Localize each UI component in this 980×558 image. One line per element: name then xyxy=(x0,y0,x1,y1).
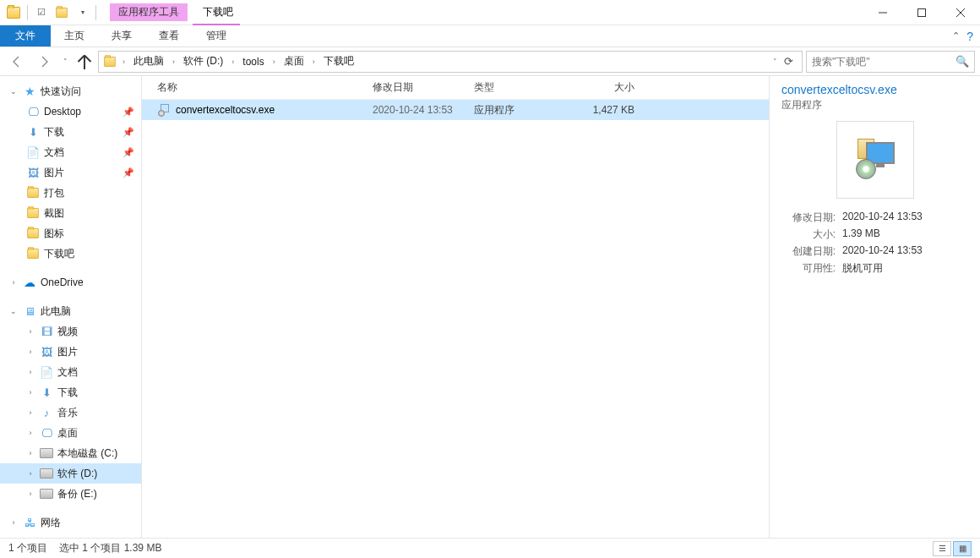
search-box[interactable]: 🔍 xyxy=(806,51,975,73)
expand-icon[interactable]: › xyxy=(25,388,35,397)
column-type[interactable]: 类型 xyxy=(474,80,575,95)
breadcrumb-segment[interactable]: 下载吧 xyxy=(320,52,357,71)
details-row: 修改日期:2020-10-24 13:53 xyxy=(781,211,968,225)
breadcrumb-chevron-icon[interactable]: › xyxy=(270,52,279,71)
tree-pc-item[interactable]: ›备份 (E:) xyxy=(0,484,141,504)
expand-icon[interactable]: › xyxy=(25,347,35,356)
breadcrumb-root-chevron-icon[interactable]: › xyxy=(119,52,128,71)
expand-icon[interactable]: › xyxy=(25,449,35,457)
column-date[interactable]: 修改日期 xyxy=(373,80,474,95)
expand-icon[interactable]: › xyxy=(25,469,35,478)
tree-label: 备份 (E:) xyxy=(57,487,141,501)
expand-icon[interactable]: ⌄ xyxy=(8,307,19,315)
expand-icon[interactable]: › xyxy=(8,278,19,287)
file-list[interactable]: 名称 修改日期 类型 大小 convertexceltocsv.exe2020-… xyxy=(142,76,769,538)
file-date: 2020-10-24 13:53 xyxy=(373,104,474,116)
refresh-icon[interactable]: ⟳ xyxy=(779,55,798,68)
tree-onedrive[interactable]: › ☁ OneDrive xyxy=(0,272,141,293)
tree-label: 下载 xyxy=(57,386,141,400)
ribbon: 文件 主页 共享 查看 管理 ⌃ ? xyxy=(0,25,980,47)
tree-pc-item[interactable]: ›软件 (D:) xyxy=(0,463,141,484)
tree-label: 截图 xyxy=(44,206,141,221)
tree-this-pc[interactable]: ⌄ 🖥 此电脑 xyxy=(0,301,141,321)
tree-quick-item[interactable]: 打包 xyxy=(0,183,141,203)
tree-quick-access[interactable]: ⌄ ★ 快速访问 xyxy=(0,81,141,101)
expand-icon[interactable]: ⌄ xyxy=(8,87,19,96)
navigation-pane[interactable]: ⌄ ★ 快速访问 🖵Desktop📌⬇下载📌📄文档📌🖼图片📌打包截图图标下载吧 … xyxy=(0,76,142,538)
help-icon[interactable]: ? xyxy=(966,30,973,43)
breadcrumb-segment[interactable]: 桌面 xyxy=(280,52,308,71)
address-bar[interactable]: › 此电脑 › 软件 (D:) › tools › 桌面 › 下载吧 ˅ ⟳ xyxy=(98,51,803,73)
tree-pc-item[interactable]: ›🎞视频 xyxy=(0,321,141,342)
exe-icon xyxy=(854,139,896,181)
tree-pc-item[interactable]: ›📄文档 xyxy=(0,362,141,382)
item-icon: 🎞 xyxy=(39,324,54,339)
tree-pc-item[interactable]: ›♪音乐 xyxy=(0,402,141,423)
qat-dropdown-icon[interactable]: ▾ xyxy=(74,4,90,21)
breadcrumb-segment[interactable]: 此电脑 xyxy=(130,52,167,71)
status-item-count: 1 个项目 xyxy=(8,541,47,555)
forward-button[interactable] xyxy=(32,50,56,74)
search-input[interactable] xyxy=(812,56,956,68)
qat-properties-icon[interactable]: ☑ xyxy=(33,4,50,21)
breadcrumb-chevron-icon[interactable]: › xyxy=(169,52,178,71)
folder-icon: 📄 xyxy=(25,145,41,160)
window-title: 下载吧 xyxy=(203,5,233,19)
tree-quick-item[interactable]: 截图 xyxy=(0,203,141,223)
folder-icon xyxy=(25,246,41,261)
tree-quick-item[interactable]: 下载吧 xyxy=(0,243,141,264)
tree-network[interactable]: › 🖧 网络 xyxy=(0,512,141,533)
column-size[interactable]: 大小 xyxy=(575,80,643,95)
expand-icon[interactable]: › xyxy=(25,429,35,437)
search-icon[interactable]: 🔍 xyxy=(956,55,969,68)
tree-pc-item[interactable]: ›本地磁盘 (C:) xyxy=(0,443,141,463)
expand-icon[interactable]: › xyxy=(25,408,35,417)
view-large-icons-button[interactable]: ▦ xyxy=(953,541,972,556)
tab-file[interactable]: 文件 xyxy=(0,25,51,46)
expand-icon[interactable]: › xyxy=(8,518,19,527)
detail-label: 创建日期: xyxy=(781,244,836,259)
folder-icon xyxy=(25,205,41,221)
tree-quick-item[interactable]: 📄文档📌 xyxy=(0,142,141,162)
expand-icon[interactable]: › xyxy=(25,490,35,498)
tree-quick-item[interactable]: 🖵Desktop📌 xyxy=(0,101,141,122)
details-filename: convertexceltocsv.exe xyxy=(781,83,968,96)
view-details-button[interactable]: ☰ xyxy=(933,541,951,556)
breadcrumb-chevron-icon[interactable]: › xyxy=(228,52,237,71)
minimize-button[interactable] xyxy=(863,0,902,25)
pin-icon: 📌 xyxy=(122,147,134,158)
ribbon-collapse-icon[interactable]: ⌃ xyxy=(952,30,960,41)
tab-manage[interactable]: 管理 xyxy=(193,24,240,46)
tree-pc-item[interactable]: ›⬇下载 xyxy=(0,382,141,402)
up-button[interactable] xyxy=(74,52,95,72)
close-button[interactable] xyxy=(941,0,980,25)
breadcrumb-chevron-icon[interactable]: › xyxy=(309,52,318,71)
item-icon xyxy=(39,466,54,481)
qat-new-folder-icon[interactable] xyxy=(53,4,70,21)
tree-quick-item[interactable]: 🖼图片📌 xyxy=(0,162,141,183)
maximize-button[interactable] xyxy=(902,0,941,25)
tree-pc-item[interactable]: ›🖵桌面 xyxy=(0,423,141,443)
tree-quick-item[interactable]: ⬇下载📌 xyxy=(0,122,141,142)
breadcrumb-segment[interactable]: tools xyxy=(239,52,267,71)
details-filetype: 应用程序 xyxy=(781,98,968,112)
tab-home[interactable]: 主页 xyxy=(51,25,98,46)
expand-icon[interactable]: › xyxy=(25,368,35,376)
tree-quick-item[interactable]: 图标 xyxy=(0,223,141,243)
expand-icon[interactable]: › xyxy=(25,327,35,336)
tree-pc-item[interactable]: ›🖼图片 xyxy=(0,342,141,362)
detail-label: 大小: xyxy=(781,227,836,242)
app-icon[interactable] xyxy=(5,4,22,21)
address-dropdown-icon[interactable]: ˅ xyxy=(773,57,777,66)
tree-label: 此电脑 xyxy=(41,304,141,319)
tab-view[interactable]: 查看 xyxy=(145,25,193,46)
breadcrumb-segment[interactable]: 软件 (D:) xyxy=(180,52,226,71)
tab-share[interactable]: 共享 xyxy=(98,25,145,46)
details-row: 可用性:脱机可用 xyxy=(781,261,968,276)
file-row[interactable]: convertexceltocsv.exe2020-10-24 13:53应用程… xyxy=(142,100,769,120)
history-dropdown-icon[interactable]: ˅ xyxy=(59,57,71,66)
column-name[interactable]: 名称 xyxy=(157,80,373,95)
item-icon: 🖵 xyxy=(39,425,54,440)
tree-label: Desktop xyxy=(44,106,119,118)
back-button[interactable] xyxy=(5,50,29,74)
